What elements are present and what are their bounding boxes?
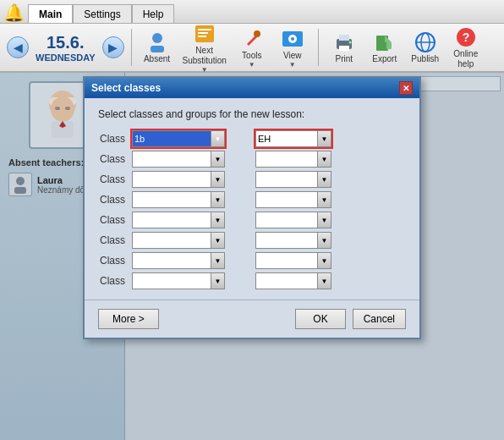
group-dropdown-4[interactable]: ▼ [255, 191, 331, 208]
online-help-tool-button[interactable]: ? Onlinehelp [447, 27, 485, 68]
class-dropdown-btn-5[interactable]: ▼ [211, 212, 224, 228]
class-dropdown-8[interactable]: ▼ [132, 272, 225, 289]
table-row: Class ▼ ▼ [98, 171, 406, 188]
class-dropdown-btn-1[interactable]: ▼ [211, 131, 224, 146]
tab-bar: 🔔 Main Settings Help [3, 0, 174, 23]
tab-main[interactable]: Main [28, 4, 73, 23]
class-row-label: Class [98, 133, 125, 145]
table-row: Class 1b ▼ EH ▼ [98, 130, 406, 147]
svg-rect-4 [198, 32, 208, 34]
class-dropdown-btn-7[interactable]: ▼ [211, 253, 224, 268]
group-dropdown-btn-7[interactable]: ▼ [317, 253, 331, 268]
table-row: Class ▼ ▼ [98, 151, 406, 168]
class-dropdown-btn-4[interactable]: ▼ [211, 192, 224, 207]
nav-next-button[interactable]: ▶ [102, 36, 124, 58]
svg-rect-12 [339, 46, 349, 51]
next-substitution-tool-button[interactable]: NextSubstitution ▼ [179, 27, 230, 68]
table-row: Class ▼ ▼ [98, 212, 406, 228]
class-dropdown-7[interactable]: ▼ [132, 252, 225, 269]
export-label: Export [372, 54, 397, 64]
class-dropdown-value-1: 1b [133, 134, 211, 144]
dialog-action-buttons: OK Cancel [295, 309, 406, 329]
view-arrow-icon: ▼ [289, 61, 296, 69]
group-dropdown-btn-5[interactable]: ▼ [317, 212, 331, 228]
group-dropdown-value-1: EH [256, 134, 317, 144]
group-dropdown-8[interactable]: ▼ [255, 272, 331, 289]
absent-tool-button[interactable]: Absent [139, 27, 176, 68]
group-dropdown-7[interactable]: ▼ [255, 252, 331, 269]
date-display: 15.6. WEDNESDAY [36, 33, 96, 63]
next-substitution-label: NextSubstitution [183, 46, 227, 66]
svg-rect-11 [339, 35, 349, 41]
publish-icon [414, 30, 437, 54]
view-tool-button[interactable]: View ▼ [274, 27, 311, 68]
select-classes-dialog: Select classes ✕ Select classes and grou… [83, 76, 421, 339]
svg-point-6 [254, 30, 260, 37]
class-dropdown-4[interactable]: ▼ [132, 191, 225, 208]
export-icon [373, 30, 397, 54]
class-row-label-8: Class [98, 275, 125, 287]
group-dropdown-5[interactable]: ▼ [255, 212, 331, 228]
dialog-titlebar: Select classes ✕ [85, 78, 419, 98]
dialog-title: Select classes [91, 82, 161, 94]
tab-help[interactable]: Help [132, 4, 175, 23]
class-row-label-2: Class [98, 153, 125, 165]
print-label: Print [335, 54, 353, 64]
svg-point-13 [348, 41, 351, 44]
group-dropdown-1[interactable]: EH ▼ [255, 130, 331, 147]
class-row-label-5: Class [98, 214, 125, 226]
group-dropdown-6[interactable]: ▼ [255, 232, 331, 249]
app-bell-icon: 🔔 [3, 3, 25, 23]
date-day: WEDNESDAY [36, 52, 96, 63]
view-icon [281, 27, 304, 51]
ok-button[interactable]: OK [295, 309, 345, 329]
class-dropdown-btn-8[interactable]: ▼ [211, 273, 224, 289]
publish-tool-button[interactable]: Publish [407, 27, 444, 68]
nav-prev-button[interactable]: ◀ [7, 36, 29, 58]
group-dropdown-btn-4[interactable]: ▼ [317, 192, 331, 207]
table-row: Class ▼ ▼ [98, 272, 406, 289]
class-rows: Class 1b ▼ EH ▼ Class [98, 130, 406, 289]
class-dropdown-5[interactable]: ▼ [132, 212, 225, 228]
print-tool-button[interactable]: Print [326, 27, 363, 68]
dialog-close-button[interactable]: ✕ [399, 81, 413, 95]
top-bar: 🔔 Main Settings Help [0, 0, 504, 24]
dialog-instruction: Select classes and groups for the new le… [98, 108, 406, 120]
class-dropdown-btn-2[interactable]: ▼ [211, 151, 224, 167]
class-dropdown-3[interactable]: ▼ [132, 171, 225, 188]
class-dropdown-2[interactable]: ▼ [132, 151, 225, 168]
tools-arrow-icon: ▼ [249, 61, 255, 69]
group-dropdown-btn-1[interactable]: ▼ [317, 131, 331, 146]
date-number: 15.6. [36, 33, 96, 52]
group-dropdown-btn-6[interactable]: ▼ [317, 233, 331, 248]
class-row-label-4: Class [98, 194, 125, 206]
group-dropdown-btn-2[interactable]: ▼ [317, 151, 331, 167]
tools-icon [240, 27, 264, 51]
more-button[interactable]: More > [98, 309, 159, 329]
class-dropdown-btn-3[interactable]: ▼ [211, 172, 224, 187]
class-dropdown-1[interactable]: 1b ▼ [132, 130, 225, 147]
svg-rect-5 [198, 36, 206, 37]
group-dropdown-3[interactable]: ▼ [255, 171, 331, 188]
svg-point-0 [152, 33, 162, 43]
dialog-overlay: Select classes ✕ Select classes and grou… [0, 73, 504, 440]
tab-settings[interactable]: Settings [73, 4, 131, 23]
group-dropdown-btn-8[interactable]: ▼ [317, 273, 331, 289]
class-dropdown-btn-6[interactable]: ▼ [211, 233, 224, 248]
absent-icon [145, 30, 169, 54]
tools-tool-button[interactable]: Tools ▼ [233, 27, 271, 68]
main-content: Absent teachers: Laura Neznámy dôvod Typ… [0, 73, 504, 440]
class-dropdown-6[interactable]: ▼ [132, 232, 225, 249]
toolbar-separator-2 [318, 29, 319, 66]
toolbar: ◀ 15.6. WEDNESDAY ▶ Absent NextSubstitut… [0, 24, 504, 73]
toolbar-separator [131, 29, 132, 66]
online-help-icon: ? [454, 25, 478, 49]
svg-rect-3 [198, 29, 211, 30]
cancel-button[interactable]: Cancel [353, 309, 406, 329]
dialog-footer: More > OK Cancel [85, 300, 419, 338]
tools-label: Tools [242, 51, 261, 61]
export-tool-button[interactable]: Export [366, 27, 403, 68]
svg-text:?: ? [462, 30, 469, 44]
group-dropdown-2[interactable]: ▼ [255, 151, 331, 168]
group-dropdown-btn-3[interactable]: ▼ [317, 172, 331, 187]
